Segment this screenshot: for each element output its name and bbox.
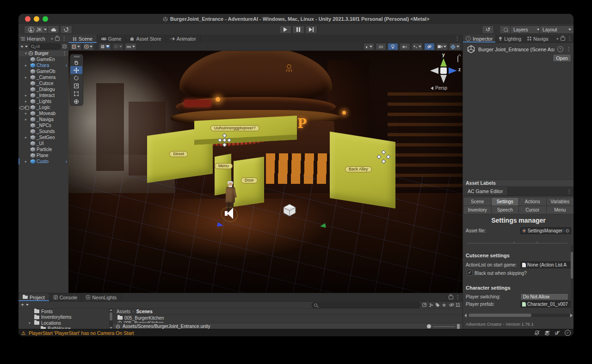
view-hand-tool[interactable] xyxy=(70,58,82,66)
help-icon[interactable]: ? xyxy=(557,46,563,52)
visibility-eye-icon[interactable] xyxy=(19,106,25,109)
project-tree-item[interactable]: ▾ InventoryItems xyxy=(18,315,109,321)
snap-increment-dropdown[interactable] xyxy=(125,43,136,50)
create-asset-button[interactable]: + xyxy=(21,303,24,307)
hierarchy-root-row[interactable]: ▾ Burger ⋮ xyxy=(18,50,68,56)
more-tabs-arrow[interactable]: ▸ xyxy=(557,36,559,41)
rect-tool[interactable] xyxy=(70,90,82,97)
gizmos-dropdown[interactable] xyxy=(449,43,461,50)
inspector-vertical-scrollbar[interactable] xyxy=(571,245,573,314)
asset-file-field[interactable]: SettingsManager ( ⊙ xyxy=(520,227,571,234)
status-bar[interactable]: ⚠ PlayerStart 'PlayerStart' has no Camer… xyxy=(18,329,574,336)
expand-arrow-icon[interactable]: ▸ xyxy=(25,110,29,116)
expand-arrow-icon[interactable]: ▾ xyxy=(29,321,32,325)
collapse-arrow-icon[interactable]: ▾ xyxy=(25,51,27,55)
camera-preview-dropdown[interactable] xyxy=(436,43,448,50)
hierarchy-item[interactable]: ▸ _Interact › xyxy=(18,92,68,98)
undo-history-button[interactable]: ↺ xyxy=(482,25,494,34)
expand-arrow-icon[interactable]: ▸ xyxy=(25,98,29,104)
actionlist-field[interactable]: None (Action List A xyxy=(520,261,571,268)
2d-mode-toggle[interactable]: 2D xyxy=(376,43,386,50)
cloud-services-button[interactable] xyxy=(47,25,59,34)
player-prefab-field[interactable]: Character_01_v007 xyxy=(520,301,571,308)
breadcrumb-root[interactable]: Assets xyxy=(117,309,130,314)
hierarchy-item[interactable]: ▸ Chara › xyxy=(18,62,68,68)
notifications-disabled-icon[interactable] xyxy=(534,330,540,336)
hierarchy-menu-icon[interactable]: ⋮ xyxy=(62,36,67,42)
scene-menu-icon[interactable]: ⋮ xyxy=(62,50,68,56)
scene-visibility-toggle[interactable] xyxy=(424,43,435,50)
scene-lighting-toggle[interactable] xyxy=(388,43,398,50)
hierarchy-item[interactable]: ▸ _Moveab › xyxy=(18,110,68,116)
expand-arrow-icon[interactable]: ▸ xyxy=(25,134,29,140)
favorites-star-icon[interactable] xyxy=(442,303,446,308)
ac-menu-icon[interactable]: ⋮ xyxy=(567,188,572,194)
pause-button[interactable] xyxy=(292,25,304,34)
draw-mode-dropdown[interactable]: ◐ xyxy=(364,43,374,50)
hierarchy-item[interactable]: ▸ _SetGeo › xyxy=(18,134,68,140)
player-switching-dropdown[interactable]: Do Not Allow xyxy=(520,293,568,300)
ac-tab[interactable]: Actions xyxy=(519,198,547,206)
audio-source-gizmo[interactable] xyxy=(221,206,238,222)
scroll-right-arrow[interactable] xyxy=(570,314,573,317)
plastic-scm-button[interactable] xyxy=(60,25,72,34)
asset-row-folder[interactable]: 005_BurgerKitchen xyxy=(113,315,462,321)
rotation-lock-icon[interactable] xyxy=(457,56,458,62)
hierarchy-search-input[interactable]: All xyxy=(29,43,61,49)
tab-game[interactable]: Game xyxy=(97,35,126,43)
axis-neg-cone[interactable] xyxy=(430,67,438,74)
vertex-snap-handles[interactable] xyxy=(218,134,230,146)
hierarchy-item[interactable]: ▸ _Camera › xyxy=(18,74,68,80)
ac-tab[interactable]: Settings xyxy=(492,198,519,206)
thumbnail-size-slider[interactable] xyxy=(427,324,460,329)
ac-tab[interactable]: Variables xyxy=(547,198,574,206)
expand-arrow-icon[interactable]: ▸ xyxy=(25,116,29,122)
hierarchy-item[interactable]: ▸ GameEn › xyxy=(18,56,68,62)
ac-tab[interactable]: Inventory xyxy=(464,206,492,214)
slider-end-thumb[interactable] xyxy=(457,324,460,329)
object-picker-icon[interactable]: ⊙ xyxy=(566,228,569,233)
inspector-horizontal-scrollbar[interactable] xyxy=(463,312,574,318)
project-lock-icon[interactable] xyxy=(449,296,453,299)
tab-lighting[interactable]: Lighting xyxy=(496,35,524,42)
hierarchy-item[interactable]: ▸ Plane › xyxy=(18,152,68,158)
gizmo-center-cube[interactable] xyxy=(440,67,447,74)
hierarchy-item[interactable]: ▸ Particle › xyxy=(18,146,68,152)
hierarchy-item[interactable]: ▸ _Sounds › xyxy=(18,128,68,134)
project-tree-scrollbar[interactable] xyxy=(109,309,113,329)
axis-y-cone[interactable] xyxy=(440,58,447,67)
ac-tab[interactable]: Cursor xyxy=(519,206,547,214)
status-check-icon[interactable]: ✓ xyxy=(565,330,571,336)
scroll-up-arrow[interactable] xyxy=(110,309,112,311)
tool-handle-rotation-dropdown[interactable] xyxy=(83,43,94,50)
tab-neonlights[interactable]: NeonLights xyxy=(82,293,121,301)
more-tabs-arrow[interactable]: ▸ xyxy=(51,36,53,41)
tab-console[interactable]: Console xyxy=(49,293,82,301)
point-light-gizmo[interactable] xyxy=(285,64,293,74)
palette-drag-handle[interactable] xyxy=(70,55,83,58)
hierarchy-item[interactable]: ▸ _NPCs › xyxy=(18,122,68,128)
vertex-snap-handles[interactable] xyxy=(377,151,389,163)
tab-ac-game-editor[interactable]: AC Game Editor xyxy=(463,187,508,195)
orientation-gizmo[interactable]: y z xyxy=(429,56,462,85)
expand-arrow-icon[interactable]: ▸ xyxy=(25,92,29,98)
grid-visibility-toggle[interactable] xyxy=(99,43,111,50)
move-tool[interactable] xyxy=(70,66,82,74)
hidden-items-counter[interactable]: 11 xyxy=(449,303,460,308)
axis-z-cone[interactable] xyxy=(449,67,457,74)
rotate-tool[interactable] xyxy=(70,74,82,82)
hierarchy-item[interactable]: ▸ Custo › xyxy=(18,158,68,164)
hierarchy-item[interactable]: ▸ GameOb › xyxy=(18,68,68,74)
pickability-icon[interactable] xyxy=(25,106,29,110)
layers-dropdown[interactable]: Layers xyxy=(510,25,543,34)
ac-tab[interactable]: Scene xyxy=(464,198,492,206)
sync-disabled-icon[interactable]: ↺ xyxy=(555,330,561,336)
hierarchy-item[interactable]: ▸ _Cutsce › xyxy=(18,80,68,86)
tab-inspector[interactable]: i Inspector xyxy=(463,35,496,42)
search-by-type-icon[interactable] xyxy=(422,303,426,307)
projection-mode-label[interactable]: Persp xyxy=(431,85,447,91)
inspector-lock-icon[interactable] xyxy=(561,37,565,41)
grid-snapping-toggle[interactable] xyxy=(112,43,123,50)
expand-arrow-icon[interactable]: ▸ xyxy=(25,62,29,68)
expand-arrow-icon[interactable]: ▸ xyxy=(25,74,29,80)
